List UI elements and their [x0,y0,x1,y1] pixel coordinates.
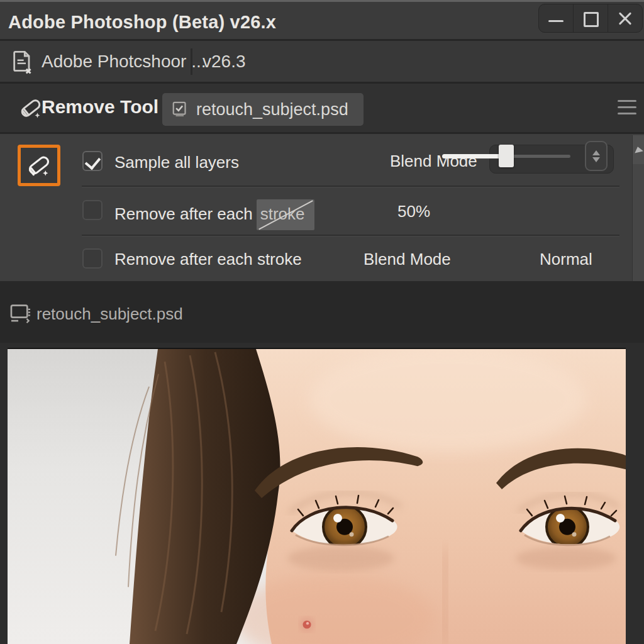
opacity-value: 50% [397,202,430,221]
remove-after-stroke-checkbox-2[interactable] [82,248,103,269]
menu-version: v26.3 [203,52,246,72]
file-x-icon [10,50,35,75]
document-filename: retouch_subject.psd [36,304,183,324]
minimize-icon [548,20,564,22]
checkbox-icon [82,248,103,269]
tool-name: Remove Tool [42,96,158,118]
maximize-icon [584,12,599,27]
slider-handle[interactable] [499,145,514,167]
tool-options-panel: Sample all layers Blend Mode 0 Remove af… [0,132,644,281]
blend-mode-value-2: Normal [540,250,592,269]
stepper-icon [592,150,600,155]
menu-app-name[interactable]: Adobe Photcshoor ... [42,52,206,72]
photoshop-window: Adobe Photoshop (Beta) v26.x Adobe Photc… [0,0,644,644]
left-under-eye-shadow [287,546,394,571]
document-bar: retouch_subject.psd [0,281,644,343]
scroll-arrow-icon [633,145,643,153]
scroll-up-button[interactable] [633,135,644,164]
remove-after-stroke-checkbox-1[interactable] [82,200,103,220]
nose-bridge-shadow [443,550,448,644]
menu-divider [191,48,192,75]
stepper-icon-down [592,157,600,162]
remove-tool-icon [25,152,53,179]
row-divider [82,235,619,236]
right-under-eye-shadow [516,547,616,570]
row-divider [82,186,619,187]
remove-tool-icon [18,95,44,121]
title-bar: Adobe Photoshop (Beta) v26.x [0,0,644,39]
portrait-photo[interactable] [8,348,626,644]
canvas-area [0,343,644,644]
window-title: Adobe Photoshop (Beta) v26.x [8,12,276,33]
label-prefix: Remove after each [114,204,253,223]
panel-scrollbar[interactable] [632,135,644,283]
forehead-highlight [309,348,586,452]
opacity-slider[interactable] [442,143,570,169]
sparkle-icon [35,113,40,118]
blemish-spot[interactable] [300,618,314,631]
panel-menu-button[interactable] [618,100,636,119]
blend-mode-label-2: Blend Mode [364,250,451,269]
close-button[interactable] [608,4,642,32]
monitor-document-icon [9,303,33,325]
maximize-button[interactable] [573,4,608,32]
opacity-stepper[interactable] [585,141,608,171]
menu-bar: Adobe Photcshoor ... v26.3 [0,39,644,82]
sample-all-layers-label: Sample all layers [114,153,239,172]
hamburger-icon [618,100,636,102]
document-tab[interactable]: retouch_subject.psd [162,93,364,126]
checkbox-icon [82,200,103,220]
minimize-button[interactable] [539,4,573,32]
checkbox-icon [82,151,103,171]
remove-after-stroke-label-2: Remove after each stroke [114,250,302,269]
hamburger-icon-bar2 [618,106,636,108]
remove-tool-button-active[interactable] [18,145,60,186]
window-controls [538,4,643,33]
hamburger-icon-bar3 [618,113,636,114]
sample-all-layers-checkbox[interactable] [82,151,103,171]
tool-bar: Remove Tool retouch_subject.psd [0,82,644,132]
checked-box-icon [171,100,190,119]
document-tab-label: retouch_subject.psd [196,100,348,119]
struck-selection-box: stroke [257,199,315,230]
remove-after-stroke-label-1: Remove after eachstroke [114,199,314,230]
sparkle-icon [43,170,48,175]
slider-fill [442,154,506,158]
